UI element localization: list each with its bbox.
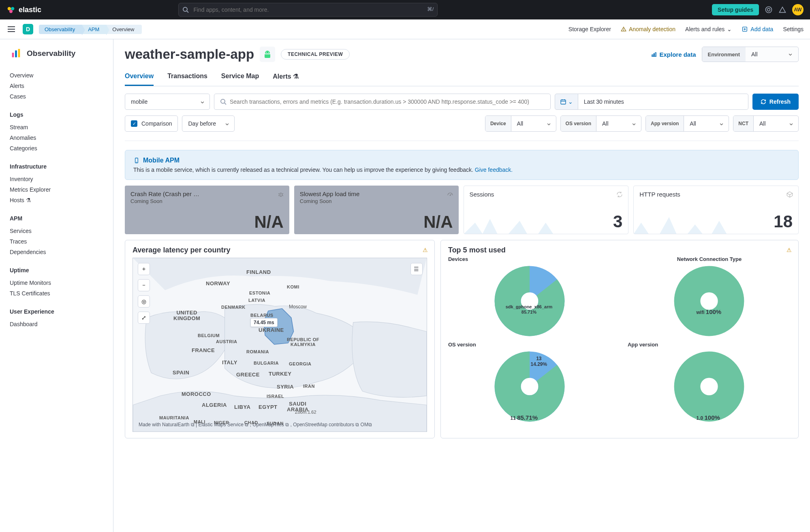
- tab-overview[interactable]: Overview: [125, 69, 154, 86]
- give-feedback-link[interactable]: Give feedback.: [475, 167, 513, 173]
- brand-logo[interactable]: elastic: [6, 5, 41, 14]
- environment-label: Environment: [702, 47, 746, 62]
- map-layers-button[interactable]: ☰: [410, 263, 423, 275]
- sidebar-item-anomalies[interactable]: Anomalies: [10, 132, 103, 143]
- tab-transactions[interactable]: Transactions: [167, 69, 207, 86]
- svg-point-42: [687, 279, 731, 323]
- search-icon: [182, 6, 189, 14]
- map-locate[interactable]: ◎: [138, 295, 150, 308]
- brand-text: elastic: [19, 6, 41, 14]
- sidebar-item-overview[interactable]: Overview: [10, 70, 103, 81]
- mobile-apm-callout: Mobile APM This is a mobile service, whi…: [125, 150, 799, 180]
- sidebar-item-tls-certificates[interactable]: TLS Certificates: [10, 288, 103, 299]
- svg-line-33: [278, 194, 279, 194]
- donut-chart: [673, 350, 746, 423]
- sidebar-item-inventory[interactable]: Inventory: [10, 174, 103, 184]
- map-container[interactable]: ＋ － ◎ ⤢ ☰: [133, 258, 427, 432]
- add-data-link[interactable]: Add data: [742, 26, 773, 32]
- breadcrumb-item[interactable]: Observability: [39, 25, 82, 34]
- stat-value: 3: [613, 212, 622, 231]
- mobile-icon: [133, 157, 140, 164]
- sidebar-item-traces[interactable]: Traces: [10, 236, 103, 247]
- setup-guides-button[interactable]: Setup guides: [712, 4, 759, 15]
- svg-point-18: [266, 52, 267, 53]
- stat-sub: Coming Soon: [300, 198, 453, 204]
- app-version-filter[interactable]: App version All: [645, 115, 729, 132]
- service-tabs: Overview Transactions Service Map Alerts…: [125, 69, 799, 86]
- comparison-checkbox[interactable]: ✓ Comparison: [125, 115, 178, 132]
- newsfeed-icon[interactable]: [765, 6, 773, 14]
- stat-title: Sessions: [470, 191, 623, 198]
- chevron-down-icon: ⌄: [727, 26, 732, 32]
- sidebar-group-title: User Experience: [10, 308, 103, 315]
- global-search-input[interactable]: [178, 3, 438, 17]
- global-header: elastic ⌘/ Setup guides AW: [0, 0, 810, 19]
- map-fullscreen[interactable]: ⤢: [138, 312, 150, 324]
- stat-value: N/A: [423, 212, 453, 232]
- comparison-period-select[interactable]: Day before: [182, 115, 235, 132]
- sidebar-item-hosts[interactable]: Hosts ⚗: [10, 195, 103, 205]
- refresh-icon: [616, 191, 623, 198]
- nct-filter[interactable]: NCT All: [733, 115, 799, 132]
- anomaly-detection-link[interactable]: Anomaly detection: [621, 26, 675, 32]
- donut-title: App version: [628, 342, 791, 348]
- calendar-icon: [560, 98, 566, 105]
- sidebar-group-infra: Infrastructure Inventory Metrics Explore…: [10, 163, 103, 205]
- tab-service-map[interactable]: Service Map: [221, 69, 259, 86]
- map-zoom-in[interactable]: ＋: [138, 263, 150, 275]
- donut-chart: [493, 265, 566, 338]
- svg-rect-21: [653, 54, 654, 57]
- sidebar-item-cases[interactable]: Cases: [10, 91, 103, 102]
- warning-icon[interactable]: ⚠: [423, 247, 428, 253]
- panel-title: Average latency per country: [133, 246, 427, 254]
- sidebar-item-services[interactable]: Services: [10, 226, 103, 236]
- chart-icon: [651, 51, 657, 58]
- scope-select[interactable]: mobile: [125, 94, 210, 110]
- global-search[interactable]: ⌘/: [178, 3, 438, 17]
- settings-link[interactable]: Settings: [783, 26, 804, 32]
- map-zoom-out[interactable]: －: [138, 279, 150, 291]
- search-bar[interactable]: [214, 94, 551, 110]
- breadcrumb-item[interactable]: APM: [82, 25, 107, 34]
- environment-value: All: [746, 47, 798, 62]
- user-avatar[interactable]: AW: [792, 4, 804, 15]
- sidebar-item-metrics-explorer[interactable]: Metrics Explorer: [10, 184, 103, 195]
- map-svg: [133, 258, 427, 432]
- main-content: weather-sample-app TECHNICAL PREVIEW Exp…: [113, 39, 810, 532]
- svg-point-2: [9, 10, 13, 13]
- date-picker-button[interactable]: ⌄: [555, 94, 578, 110]
- sidebar-item-dashboard[interactable]: Dashboard: [10, 319, 103, 329]
- space-badge[interactable]: D: [23, 24, 33, 34]
- sidebar-group-title: APM: [10, 215, 103, 222]
- device-filter[interactable]: Device All: [485, 115, 556, 132]
- warning-icon: [621, 26, 626, 32]
- stat-http-requests: HTTP requests 18: [633, 186, 799, 234]
- sidebar-item-stream[interactable]: Stream: [10, 122, 103, 132]
- warning-icon[interactable]: ⚠: [786, 247, 792, 253]
- donut-chart: [493, 350, 566, 423]
- storage-explorer-link[interactable]: Storage Explorer: [568, 26, 611, 32]
- environment-select[interactable]: Environment All: [702, 47, 799, 62]
- donut-devices: Devices sdk_gphone_x86_arm85.71%: [448, 256, 611, 338]
- sidebar-item-alerts[interactable]: Alerts: [10, 81, 103, 91]
- os-version-filter[interactable]: OS version All: [560, 115, 641, 132]
- donut-os-version: OS version 1314.29% 11 85.71%: [448, 342, 611, 423]
- nav-header: D Observability APM Overview Storage Exp…: [0, 19, 810, 39]
- alerts-rules-menu[interactable]: Alerts and rules ⌄: [685, 26, 732, 32]
- donut-chart: [673, 265, 746, 338]
- svg-line-35: [278, 195, 279, 196]
- sidebar-group-logs: Logs Stream Anomalies Categories: [10, 111, 103, 154]
- help-icon[interactable]: [778, 6, 786, 14]
- tab-alerts[interactable]: Alerts ⚗: [273, 69, 299, 86]
- refresh-button[interactable]: Refresh: [752, 94, 799, 110]
- sidebar-item-dependencies[interactable]: Dependencies: [10, 247, 103, 257]
- sidebar-item-uptime-monitors[interactable]: Uptime Monitors: [10, 278, 103, 288]
- svg-rect-15: [12, 53, 14, 57]
- search-input[interactable]: [230, 98, 545, 105]
- cube-icon: [786, 191, 793, 198]
- svg-point-23: [221, 99, 225, 103]
- date-range-display[interactable]: Last 30 minutes: [578, 94, 748, 110]
- explore-data-link[interactable]: Explore data: [651, 51, 696, 58]
- sidebar-item-categories[interactable]: Categories: [10, 143, 103, 154]
- nav-toggle-icon[interactable]: [6, 24, 16, 34]
